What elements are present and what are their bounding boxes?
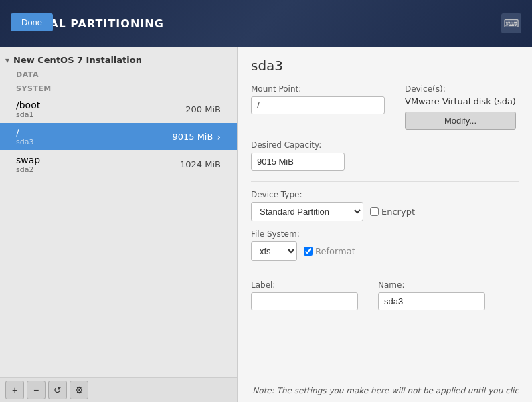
- tree-root-label: New CentOS 7 Installation: [13, 55, 142, 65]
- filesystem-group: File System:: [251, 229, 519, 239]
- name-field-label: Name:: [378, 280, 485, 290]
- divider-2: [251, 272, 519, 272]
- filesystem-select[interactable]: xfs ext4 ext3 ext2 swap: [251, 241, 297, 261]
- device-type-select[interactable]: Standard Partition LVM LVM Thin Provisio…: [251, 202, 363, 221]
- divider-1: [251, 181, 519, 182]
- device-label: Device(s):: [405, 84, 516, 94]
- reformat-label: Reformat: [315, 246, 355, 256]
- header-title: MANUAL PARTITIONING: [11, 17, 521, 30]
- mount-point-input[interactable]: [251, 96, 385, 114]
- device-type-group: Device Type:: [251, 190, 519, 199]
- label-input[interactable]: [251, 292, 358, 310]
- partition-root-size: 9015 MiB: [172, 132, 213, 142]
- device-info-group: Device(s): VMware Virtual disk (sda) Mod…: [405, 84, 516, 130]
- add-partition-button[interactable]: +: [5, 381, 24, 399]
- filesystem-label: File System:: [251, 229, 519, 239]
- header: MANUAL PARTITIONING Done ⌨: [0, 0, 532, 47]
- partition-boot-name: /boot: [16, 100, 40, 110]
- capacity-group: Desired Capacity:: [251, 140, 345, 171]
- partition-root-arrow: ›: [217, 132, 221, 142]
- partition-swap-size: 1024 MiB: [180, 159, 221, 169]
- label-group: Label:: [251, 280, 358, 310]
- settings-button[interactable]: ⚙: [70, 381, 88, 399]
- partition-boot-device: sda1: [16, 110, 40, 119]
- partition-swap[interactable]: swap sda2 1024 MiB: [0, 150, 237, 178]
- partition-boot[interactable]: /boot sda1 200 MiB: [0, 96, 237, 123]
- mount-point-label: Mount Point:: [251, 84, 385, 94]
- capacity-label: Desired Capacity:: [251, 140, 345, 150]
- reformat-checkbox-label[interactable]: Reformat: [304, 246, 355, 256]
- label-field-label: Label:: [251, 280, 358, 290]
- encrypt-label: Encrypt: [381, 207, 415, 217]
- note-text: Note: The settings you make here will no…: [252, 386, 519, 395]
- encrypt-checkbox-label[interactable]: Encrypt: [370, 207, 415, 217]
- remove-partition-button[interactable]: −: [27, 381, 46, 399]
- mount-point-group: Mount Point:: [251, 84, 385, 130]
- partition-root[interactable]: / sda3 9015 MiB ›: [0, 123, 237, 150]
- partition-root-name: /: [16, 127, 33, 138]
- section-data-label: DATA: [0, 68, 237, 82]
- partition-boot-size: 200 MiB: [185, 104, 221, 114]
- partition-root-device: sda3: [16, 138, 33, 146]
- modify-button[interactable]: Modify...: [405, 112, 516, 130]
- capacity-input[interactable]: [251, 153, 345, 171]
- sidebar-tree: ▾ New CentOS 7 Installation DATA SYSTEM …: [0, 47, 237, 377]
- tree-toggle-icon: ▾: [5, 56, 9, 65]
- capacity-section: Desired Capacity:: [251, 140, 519, 171]
- tree-root: ▾ New CentOS 7 Installation: [0, 52, 237, 68]
- name-input[interactable]: [378, 292, 485, 310]
- device-value: VMware Virtual disk (sda): [405, 96, 516, 106]
- panel-title: sda3: [251, 58, 519, 74]
- device-type-label: Device Type:: [251, 190, 519, 199]
- device-type-row: Standard Partition LVM LVM Thin Provisio…: [251, 202, 519, 221]
- sidebar: ▾ New CentOS 7 Installation DATA SYSTEM …: [0, 47, 238, 402]
- section-system-label: SYSTEM: [0, 82, 237, 96]
- refresh-button[interactable]: ↺: [48, 381, 67, 399]
- partition-swap-name: swap: [16, 155, 40, 165]
- right-panel: sda3 Mount Point: Device(s): VMware Virt…: [238, 47, 532, 402]
- label-name-row: Label: Name:: [251, 280, 519, 310]
- partition-swap-device: sda2: [16, 165, 40, 174]
- main-content: ▾ New CentOS 7 Installation DATA SYSTEM …: [0, 47, 532, 402]
- name-group: Name:: [378, 280, 485, 310]
- sidebar-toolbar: + − ↺ ⚙: [0, 377, 237, 402]
- encrypt-checkbox[interactable]: [370, 207, 379, 216]
- keyboard-icon[interactable]: ⌨: [501, 13, 521, 33]
- mount-device-section: Mount Point: Device(s): VMware Virtual d…: [251, 84, 519, 130]
- done-button[interactable]: Done: [11, 13, 53, 31]
- filesystem-row: xfs ext4 ext3 ext2 swap Reformat: [251, 241, 519, 261]
- reformat-checkbox[interactable]: [304, 247, 313, 256]
